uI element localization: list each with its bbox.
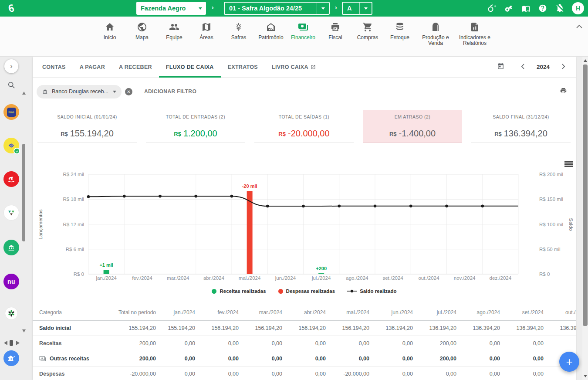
nav-item-globe[interactable]: Mapa (126, 21, 158, 46)
legend-marker (347, 289, 357, 293)
sidebar-scroll-down-arrow[interactable] (22, 329, 26, 332)
legend-item-saldo-realizado[interactable]: Saldo realizado (347, 288, 396, 294)
nav-item-label: Estoque (384, 35, 416, 41)
nav-item-stock-database[interactable]: Estoque (384, 21, 416, 46)
tab-livro-caixa[interactable]: LIVRO CAIXA (265, 57, 323, 77)
nav-item-silo[interactable]: Produção e Venda (416, 21, 455, 46)
sidebar-scroll-left-arrow[interactable] (4, 341, 7, 345)
cashflow-chart: R$ 0R$ 0R$ 6 milR$ 50 milR$ 12 milR$ 100… (33, 157, 576, 288)
filter-chip[interactable]: Banco Douglas receb... (37, 85, 122, 98)
saldo-point-3[interactable] (194, 195, 197, 198)
notifications-off-icon[interactable] (555, 3, 564, 13)
summary-card-em-alert[interactable]: EM ATRASO (2)R$-1.400,00 (363, 110, 462, 143)
farm-selector-caret[interactable] (194, 2, 206, 15)
saldo-point-1[interactable] (123, 195, 126, 198)
calendar-icon[interactable] (497, 62, 504, 71)
bar-receitas-realizadas-6[interactable] (318, 273, 324, 274)
saldo-point-4[interactable] (230, 195, 233, 198)
table-row-saldo-inicial[interactable]: Saldo inicial155.194,20155.194,20156.194… (33, 321, 576, 336)
nav-item-label: Fiscal (319, 35, 351, 41)
farm-selector[interactable]: Fazenda Aegro (136, 2, 206, 15)
scroll-up-arrow[interactable] (584, 59, 587, 62)
module-navbar: InícioMapaEquipeÁreasSafrasPatrimônioFin… (0, 17, 588, 57)
nav-item-report-document[interactable]: Indicadores e Relatórios (455, 21, 494, 46)
cash-icon (39, 356, 46, 362)
aegro-plus-icon[interactable] (487, 3, 497, 13)
key-icon[interactable] (504, 3, 514, 13)
scrollbar-thumb[interactable] (583, 64, 588, 326)
table-row-despesas[interactable]: Despesas-20.000,000,000,000,000,00-20.00… (33, 366, 576, 380)
row-value: 0,00 (196, 356, 240, 362)
field-selector-caret[interactable] (359, 3, 372, 14)
nav-item-people[interactable]: Equipe (158, 21, 190, 46)
add-transaction-fab[interactable]: + (559, 352, 579, 372)
user-avatar[interactable]: H (572, 2, 584, 14)
nav-item-money[interactable]: Financeiro (287, 21, 319, 46)
saldo-point-5[interactable] (266, 205, 269, 208)
scroll-down-arrow[interactable] (584, 375, 587, 377)
bank-shortcut-v-bank[interactable] (3, 205, 19, 221)
sidebar-scroll-right-arrow[interactable] (16, 341, 20, 345)
tab-a-pagar[interactable]: A PAGAR (73, 57, 112, 77)
bank-shortcut-bank-generic[interactable] (3, 240, 19, 255)
row-value: 155.194,20 (113, 325, 157, 331)
svg-text:abr./2024: abr./2024 (203, 275, 225, 281)
bank-shortcut-nubank[interactable]: nu (3, 274, 19, 289)
saldo-point-10[interactable] (445, 205, 448, 208)
next-year-button[interactable] (559, 61, 568, 73)
year-navigator: 2024 (497, 57, 576, 77)
table-row-receitas[interactable]: Receitas200,000,000,000,000,000,000,0020… (33, 336, 576, 351)
tab-contas[interactable]: CONTAS (35, 57, 73, 77)
bank-shortcut-santander[interactable] (3, 171, 19, 187)
tab-extratos[interactable]: EXTRATOS (221, 57, 265, 77)
field-selector[interactable]: A (342, 2, 372, 15)
book-icon[interactable] (521, 3, 531, 13)
sidebar-scrollbar-thumb[interactable] (22, 144, 25, 241)
harvest-selector-label: 01 - Safra Algodão 24/25 (225, 5, 317, 12)
harvest-selector[interactable]: 01 - Safra Algodão 24/25 (224, 2, 330, 15)
table-row-outras-receitas[interactable]: Outras receitas200,000,000,000,000,000,0… (33, 351, 576, 366)
sidebar-scroll-up-arrow[interactable] (22, 92, 26, 95)
harvest-selector-caret[interactable] (317, 3, 329, 14)
page-scrollbar[interactable] (582, 57, 588, 380)
nav-item-barn[interactable]: Patrimônio (255, 21, 287, 46)
bank-icon (42, 88, 48, 95)
add-filter-button[interactable]: ADICIONAR FILTRO (144, 88, 196, 95)
saldo-point-11[interactable] (481, 205, 484, 208)
previous-year-button[interactable] (518, 61, 527, 73)
nav-item-label: Financeiro (287, 35, 319, 41)
legend-item-despesas-realizadas[interactable]: Despesas realizadas (278, 288, 335, 294)
tab-fluxo-de-caixa[interactable]: FLUXO DE CAIXA (159, 57, 221, 77)
expand-sidebar-button[interactable]: › (4, 59, 18, 73)
legend-item-receitas-realizadas[interactable]: Receitas realizadas (212, 288, 266, 294)
nav-item-label: Equipe (158, 35, 190, 41)
bar-despesas-realizadas-4[interactable] (247, 191, 253, 274)
nav-item-areas-map[interactable]: Áreas (190, 21, 223, 46)
row-value: 0,00 (370, 340, 414, 346)
collapse-navbar-button[interactable] (576, 23, 584, 29)
chart-menu-icon[interactable] (564, 161, 573, 168)
tab-a-receber[interactable]: A RECEBER (112, 57, 159, 77)
bank-shortcut-banco-do-brasil[interactable] (3, 138, 19, 153)
saldo-point-9[interactable] (409, 205, 412, 208)
nav-item-home[interactable]: Início (94, 21, 126, 46)
help-icon[interactable] (538, 3, 547, 13)
print-button[interactable] (560, 87, 567, 96)
remove-filter-button[interactable]: ✕ (125, 88, 132, 95)
bar-receitas-realizadas-0[interactable] (104, 270, 109, 274)
saldo-point-2[interactable] (159, 195, 162, 198)
sidebar-hscrollbar-thumb[interactable] (10, 340, 13, 346)
bank-shortcut-itau[interactable]: Itaú (3, 104, 19, 120)
svg-text:Saldo: Saldo (568, 218, 574, 231)
nav-item-wheat[interactable]: Safras (223, 21, 255, 46)
nav-item-fiscal-machine[interactable]: Fiscal (319, 21, 351, 46)
saldo-point-0[interactable] (87, 195, 90, 198)
saldo-point-7[interactable] (338, 205, 341, 208)
add-bank-button[interactable] (3, 350, 19, 366)
nav-item-cart[interactable]: Compras (351, 21, 384, 46)
bank-shortcut-coop-bank[interactable] (5, 307, 18, 320)
saldo-point-6[interactable] (302, 205, 305, 208)
summary-card-label: EM ATRASO (2) (363, 110, 462, 124)
saldo-point-8[interactable] (374, 205, 377, 208)
search-icon[interactable] (7, 81, 16, 89)
